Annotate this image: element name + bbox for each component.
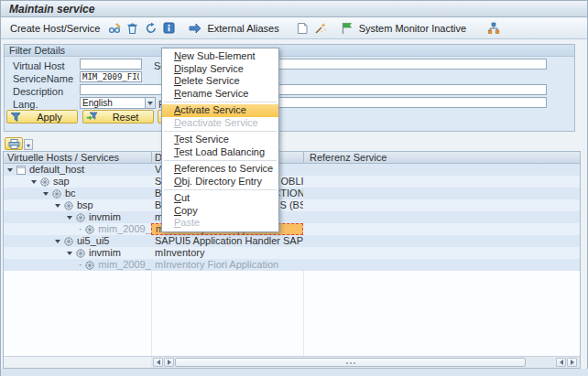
virtual-host-input[interactable] xyxy=(80,59,142,70)
scroll-right-button[interactable] xyxy=(164,358,174,367)
referenz-service-cell[interactable] xyxy=(303,259,578,271)
hierarchy-button[interactable] xyxy=(485,20,501,36)
menu-item-new-sub-element[interactable]: New Sub-Element xyxy=(162,50,278,63)
referenz-service-cell[interactable] xyxy=(303,223,578,235)
scrollbar-track[interactable] xyxy=(151,357,580,368)
node-label: invmim xyxy=(89,211,121,223)
expand-arrow-icon[interactable] xyxy=(55,240,60,243)
scroll-left-button-2[interactable] xyxy=(556,358,566,367)
trash-icon xyxy=(126,22,138,35)
referenz-service-cell[interactable] xyxy=(303,176,578,188)
menu-item-references-to-service[interactable]: References to Service xyxy=(162,163,278,176)
horizontal-scrollbar xyxy=(4,356,580,368)
node-label: invmim xyxy=(89,247,121,259)
tree-row-mim_2009_fiori[interactable]: ·mim_2009_fiorimInventory Fiori Applicat… xyxy=(4,259,580,271)
expand-arrow-icon[interactable] xyxy=(67,252,72,255)
print-dropdown-button[interactable] xyxy=(24,139,33,150)
referenz-service-cell[interactable] xyxy=(303,164,578,176)
note-icon xyxy=(297,22,308,35)
expand-arrow-icon[interactable] xyxy=(55,204,60,208)
service-name-input[interactable] xyxy=(80,71,142,82)
refresh-button[interactable] xyxy=(143,20,158,36)
expand-arrow-icon[interactable] xyxy=(31,180,37,184)
menu-item-rename-service[interactable]: Rename Service xyxy=(162,88,278,101)
tree-node-name[interactable]: ·mim_2009_fiori xyxy=(4,259,151,271)
tree-row-default_host[interactable]: default_hostVIRTUAL DEFAULT HOST xyxy=(4,164,580,176)
menu-item-activate-service[interactable]: Activate Service xyxy=(162,104,278,117)
tree-node-name[interactable]: invmim xyxy=(4,247,151,259)
combo-dropdown-button[interactable] xyxy=(145,98,155,108)
service-wheel-icon xyxy=(63,236,74,247)
column-header-referenz[interactable]: Referenz Service xyxy=(310,152,493,164)
menu-item-test-service[interactable]: Test Service xyxy=(162,134,278,146)
referenz-service-cell[interactable] xyxy=(303,199,578,211)
menu-item-paste[interactable]: Paste xyxy=(162,217,278,230)
node-label: ui5_ui5 xyxy=(77,235,109,247)
tree-node-name[interactable]: sap xyxy=(4,176,151,188)
tree-node-name[interactable]: ·mim_2009_fiori xyxy=(4,223,151,235)
expand-arrow-icon[interactable] xyxy=(67,216,72,220)
referenz-service-cell[interactable] xyxy=(303,247,578,259)
menu-item-copy[interactable]: Copy xyxy=(162,205,278,218)
wizard-button[interactable] xyxy=(313,20,329,36)
scroll-right-button-2[interactable] xyxy=(567,358,577,367)
node-label: bc xyxy=(65,188,76,199)
print-button[interactable] xyxy=(5,137,23,150)
menu-item-delete-service[interactable]: Delete Service xyxy=(162,75,278,88)
tree-node-name[interactable]: default_host xyxy=(4,164,151,176)
info-icon xyxy=(163,22,175,34)
tree-node-name[interactable]: ui5_ui5 xyxy=(4,235,151,247)
service-wheel-icon xyxy=(84,260,95,271)
tree-node-name[interactable]: invmim xyxy=(4,211,151,223)
menu-separator xyxy=(164,131,277,132)
description-input[interactable] xyxy=(80,84,163,95)
referenz-service-cell[interactable] xyxy=(303,211,578,223)
tree-row-mim_2009_fiori[interactable]: ·mim_2009_fiorimInventory Fiori Applicat… xyxy=(4,223,580,235)
node-label: mim_2009_fiori xyxy=(98,259,151,271)
column-header-hosts[interactable]: Virtuelle Hosts / Services xyxy=(7,152,149,164)
menu-item-display-service[interactable]: Display Service xyxy=(162,63,278,76)
service-wheel-icon xyxy=(75,212,86,223)
column-divider[interactable] xyxy=(303,152,304,164)
menu-item-deactivate-service[interactable]: Deactivate Service xyxy=(162,117,278,130)
tree-row-invmim[interactable]: invmimmInventory xyxy=(4,247,580,259)
external-aliases-button[interactable] xyxy=(187,20,202,36)
host-icon xyxy=(16,165,27,176)
menu-item-cut[interactable]: Cut xyxy=(162,192,278,205)
tree-row-ui5_ui5[interactable]: ui5_ui5SAPUI5 Application Handler SAPUI5… xyxy=(4,235,580,247)
note-button[interactable] xyxy=(295,20,310,36)
documentation-cell[interactable]: SAPUI5 Application Handler SAPUI5 Applic… xyxy=(151,235,303,247)
scrollbar-thumb[interactable] xyxy=(175,358,526,367)
menu-item-obj-directory-entry[interactable]: Obj. Directory Entry xyxy=(162,176,278,188)
tree-row-sap[interactable]: sapSAP NAMESPACE; SAP IS OBLIGATORY; DO … xyxy=(4,176,580,188)
documentation-cell[interactable]: mInventory Fiori Application xyxy=(151,259,303,271)
display-change-button[interactable] xyxy=(106,20,122,36)
expand-arrow-icon[interactable] xyxy=(7,168,13,172)
documentation-cell[interactable]: mInventory xyxy=(151,247,303,259)
expand-arrow-icon[interactable] xyxy=(43,192,49,196)
system-monitor-flag[interactable] xyxy=(339,20,354,36)
tree-node-name[interactable]: bsp xyxy=(4,199,151,211)
reset-button[interactable]: Reset xyxy=(82,110,154,124)
tree-rows: default_hostVIRTUAL DEFAULT HOSTsapSAP N… xyxy=(4,164,580,271)
tree-row-bc[interactable]: bcBASIS TREE (BASIS FUNCTIONS) xyxy=(4,188,580,199)
scroll-left-button[interactable] xyxy=(153,358,163,367)
referenz-service-cell[interactable] xyxy=(303,188,578,199)
apply-button[interactable]: Apply xyxy=(6,110,78,124)
tree-row-invmim[interactable]: invmimmInventory xyxy=(4,211,580,223)
referenz-service-cell[interactable] xyxy=(303,235,578,247)
arrow-left-icon xyxy=(560,360,563,365)
lang-combobox[interactable]: English xyxy=(80,97,156,109)
create-host-service-button[interactable]: Create Host/Service xyxy=(6,21,103,36)
tree-row-bsp[interactable]: bspBUSINESS SERVER PAGES (BSP) RUNTIME xyxy=(4,199,580,211)
menu-item-test-load-balancing[interactable]: Test Load Balancing xyxy=(162,146,278,159)
column-divider[interactable] xyxy=(151,152,152,164)
sap-gui-window: Maintain service Create Host/Service xyxy=(0,0,588,376)
column-divider xyxy=(303,271,304,356)
service-name-label: ServiceName xyxy=(13,73,73,84)
delete-button[interactable] xyxy=(125,20,140,36)
tree-node-name[interactable]: bc xyxy=(4,188,151,199)
external-aliases-label[interactable]: External Aliases xyxy=(207,23,278,34)
info-button[interactable] xyxy=(161,20,177,36)
arrow-left-icon xyxy=(157,360,160,365)
